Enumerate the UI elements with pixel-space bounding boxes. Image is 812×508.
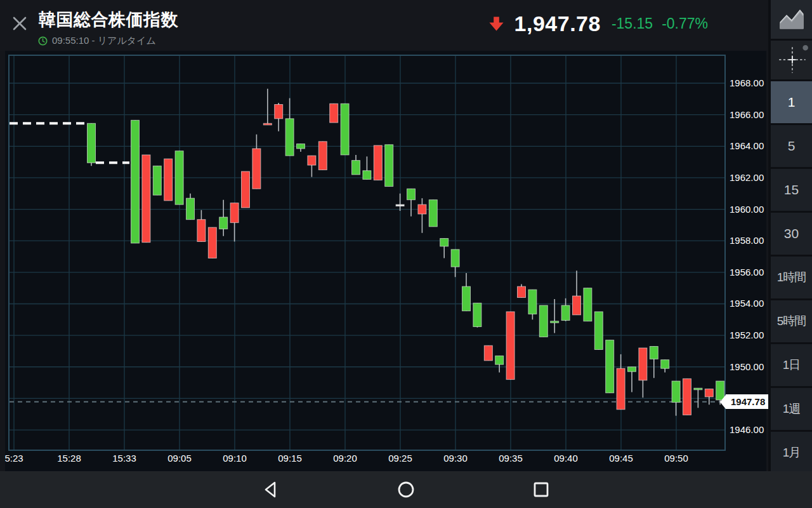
- x-axis-tick-label: 09:15: [278, 453, 302, 464]
- x-axis-tick-label: 09:30: [443, 453, 468, 464]
- candle-09:18: [318, 142, 327, 170]
- candle-09:10: [230, 203, 239, 223]
- down-arrow-icon: [488, 16, 504, 32]
- y-axis-tick-label: 1946.00: [730, 424, 764, 435]
- y-axis-tick-label: 1962.00: [730, 172, 764, 183]
- candle-09:42: [584, 288, 592, 321]
- candle-09:36: [518, 286, 526, 297]
- candle-09:25: [396, 204, 404, 206]
- candle-09:50: [672, 381, 680, 403]
- quote-block: 1,947.78 -15.15 -0.77%: [488, 13, 708, 34]
- price-change-percent: -0.77%: [662, 15, 708, 32]
- last-price: 1,947.78: [514, 11, 601, 36]
- y-axis-tick-label: 1950.00: [730, 361, 764, 372]
- timeframe-button-1h[interactable]: 1時間: [771, 257, 812, 298]
- timeframe-button-5h[interactable]: 5時間: [771, 300, 812, 342]
- candle-15:30: [88, 123, 96, 163]
- candle-09:45: [617, 368, 625, 410]
- candle-09:04: [164, 159, 173, 201]
- candle-09:15: [285, 119, 294, 156]
- y-axis-tick-label: 1958.00: [730, 235, 764, 246]
- page-title: 韓国総合株価指数: [39, 8, 178, 31]
- x-axis-tick-label: 09:35: [499, 453, 523, 464]
- recents-icon[interactable]: [532, 481, 550, 498]
- candle-09:20: [341, 104, 349, 155]
- candlestick-chart-area[interactable]: 1968.001966.001964.001962.001960.001958.…: [5, 51, 766, 471]
- candle-09:41: [573, 296, 581, 315]
- android-navigation-bar: [0, 471, 812, 508]
- y-axis-tick-label: 1960.00: [730, 204, 764, 215]
- price-change: -15.15: [612, 15, 653, 32]
- candle-09:09: [219, 217, 228, 229]
- y-axis-tick-label: 1966.00: [730, 109, 764, 120]
- candle-09:05: [175, 151, 183, 204]
- candle-09:01: [131, 120, 140, 243]
- back-icon[interactable]: [262, 481, 280, 498]
- candle-09:17: [308, 156, 316, 165]
- close-icon[interactable]: [10, 14, 29, 33]
- candle-09:53: [705, 389, 713, 397]
- candlestick-chart[interactable]: 1968.001966.001964.001962.001960.001958.…: [5, 51, 766, 471]
- x-axis-tick-label: 5:23: [5, 453, 23, 464]
- candle-09:46: [628, 367, 636, 371]
- candle-09:21: [352, 161, 360, 175]
- candle-09:13: [263, 123, 272, 125]
- timeframe-button-1w[interactable]: 1週: [771, 388, 812, 430]
- candle-09:52: [694, 388, 702, 390]
- candle-09:08: [208, 227, 216, 258]
- y-axis-tick-label: 1968.00: [730, 77, 764, 88]
- candle-09:14: [275, 105, 283, 119]
- candle-09:47: [639, 348, 647, 380]
- current-price-tag: 1947.78: [726, 394, 768, 409]
- x-axis-tick-label: 09:10: [223, 453, 247, 464]
- y-axis-tick-label: 1956.00: [730, 267, 764, 277]
- candle-09:27: [418, 204, 426, 214]
- timeframe-button-15m[interactable]: 15: [771, 169, 812, 211]
- y-axis-tick-label: 1954.00: [730, 298, 764, 309]
- candle-09:51: [683, 378, 691, 415]
- candle-09:40: [561, 305, 570, 321]
- current-price-tag-value: 1947.78: [731, 396, 765, 407]
- x-axis-tick-label: 15:28: [57, 453, 81, 464]
- timeframe-button-1mo[interactable]: 1月: [771, 432, 812, 471]
- candle-09:26: [407, 189, 416, 199]
- candle-09:03: [153, 166, 161, 195]
- x-axis-tick-label: 09:20: [333, 453, 357, 464]
- candle-09:11: [242, 171, 250, 208]
- x-axis-tick-label: 09:25: [388, 453, 412, 464]
- chart-toolbar-sidebar: 1 5 15 30 1時間 5時間 1日 1週 1月: [768, 0, 812, 471]
- candle-09:49: [661, 360, 669, 369]
- timeframe-button-5m[interactable]: 5: [771, 125, 812, 167]
- candle-09:19: [330, 104, 338, 123]
- timestamp-row: 09:55:10 - リアルタイム: [38, 35, 156, 47]
- crosshair-icon: [771, 41, 812, 79]
- candle-09:43: [594, 312, 603, 350]
- candle-09:38: [539, 305, 547, 337]
- candle-09:29: [440, 238, 449, 246]
- candle-09:24: [385, 145, 393, 187]
- candle-09:31: [462, 286, 471, 311]
- candle-09:37: [528, 290, 537, 314]
- timeframe-button-1m[interactable]: 1: [771, 81, 812, 123]
- chart-style-button[interactable]: [771, 0, 812, 39]
- candle-09:23: [374, 145, 382, 180]
- candle-09:32: [473, 303, 481, 326]
- x-axis-tick-label: 09:45: [609, 453, 633, 464]
- candle-09:12: [252, 149, 261, 189]
- candle-09:02: [142, 155, 150, 243]
- candle-09:48: [650, 346, 658, 359]
- candle-09:16: [297, 144, 305, 149]
- candle-09:33: [484, 345, 492, 361]
- timeframe-button-1d[interactable]: 1日: [771, 344, 812, 386]
- x-axis-tick-label: 15:33: [112, 453, 136, 464]
- timeframe-button-30m[interactable]: 30: [771, 213, 812, 255]
- home-icon[interactable]: [397, 481, 415, 498]
- candle-09:06: [187, 198, 195, 220]
- crosshair-button[interactable]: [771, 41, 812, 79]
- candle-09:07: [197, 220, 206, 242]
- candle-09:39: [551, 321, 559, 323]
- x-axis-tick-label: 09:50: [664, 453, 688, 464]
- y-axis-tick-label: 1952.00: [730, 330, 764, 340]
- area-chart-icon: [778, 8, 806, 31]
- x-axis-tick-label: 09:05: [167, 453, 192, 464]
